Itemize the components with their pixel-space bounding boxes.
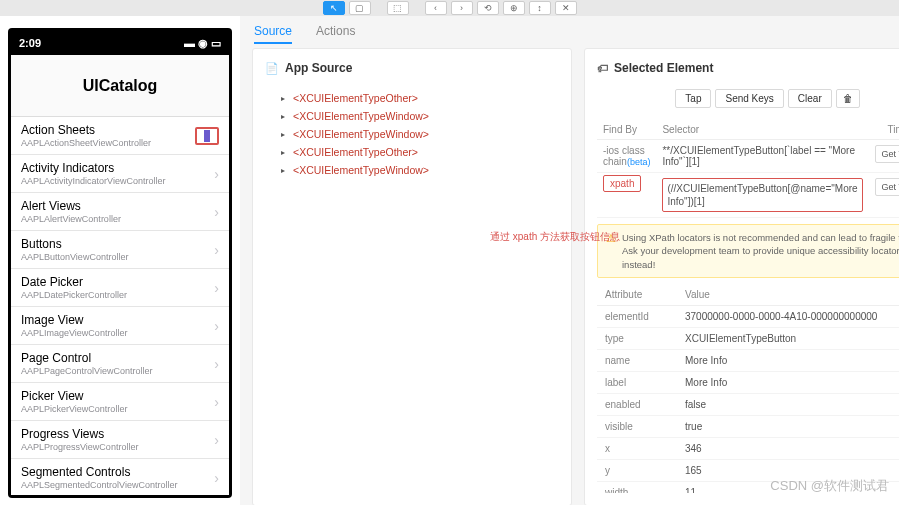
attribute-value: 37000000-0000-0000-4A10-000000000000 [677,305,899,327]
list-item[interactable]: Alert ViewsAAPLAlertViewController› [11,193,229,231]
list-item-subtitle: AAPLDatePickerController [21,290,127,300]
watermark: CSDN @软件测试君 [770,477,889,495]
xpath-warning: ⚠ Using XPath locators is not recommende… [597,224,899,278]
attribute-value: More Info [677,371,899,393]
tree-node[interactable]: ▸<XCUIElementTypeWindow> [265,107,559,125]
findby-table: Find By Selector Time (ms) -ios class ch… [597,120,899,218]
status-icons: ▬ ◉ ▭ [184,37,221,50]
tab-source[interactable]: Source [254,24,292,44]
caret-icon[interactable]: ▸ [281,148,289,157]
tree-node-label: <XCUIElementTypeOther> [293,146,418,158]
col-value: Value [677,284,899,306]
list-item[interactable]: Activity IndicatorsAAPLActivityIndicator… [11,155,229,193]
tab-actions[interactable]: Actions [316,24,355,44]
selected-element-title: Selected Element [614,61,713,75]
list-item[interactable]: Page ControlAAPLPageControlViewControlle… [11,345,229,383]
list-item[interactable]: Image ViewAAPLImageViewController› [11,307,229,345]
attributes-table: Attribute Value elementId37000000-0000-0… [597,284,899,493]
highlighted-element[interactable] [195,127,219,145]
tree-node[interactable]: ▸<XCUIElementTypeWindow> [265,125,559,143]
selected-element-header: 🏷 Selected Element [597,61,899,75]
selector-value[interactable]: **/XCUIElementTypeButton[`label == "More… [656,140,868,173]
top-toolbar: ↖ ▢ ⬚ ‹ › ⟲ ⊕ ↕ ✕ [0,0,899,16]
attribute-name: enabled [597,393,677,415]
list-item-title: Image View [21,313,127,327]
list-item-title: Buttons [21,237,128,251]
chevron-right-icon: › [214,318,219,334]
chevron-right-icon: › [214,242,219,258]
col-attribute: Attribute [597,284,677,306]
tool-pointer-icon[interactable]: ↖ [323,1,345,15]
list-item-subtitle: AAPLButtonViewController [21,252,128,262]
list-item[interactable]: Progress ViewsAAPLProgressViewController… [11,421,229,459]
battery-icon: ▭ [211,37,221,50]
findby-label-xpath: xpath [603,175,641,192]
col-time: Time (ms) [869,120,899,140]
chevron-right-icon: › [214,394,219,410]
tool-btn-7[interactable]: ↕ [529,1,551,15]
attribute-row: labelMore Info [597,371,899,393]
source-tree[interactable]: ▸<XCUIElementTypeOther>▸<XCUIElementType… [265,89,559,179]
attribute-value: 346 [677,437,899,459]
status-time: 2:09 [19,37,41,49]
chevron-right-icon: › [214,280,219,296]
tool-btn-2[interactable]: ⬚ [387,1,409,15]
attribute-value: XCUIElementTypeButton [677,327,899,349]
list-item-subtitle: AAPLProgressViewController [21,442,138,452]
tree-node[interactable]: ▸<XCUIElementTypeOther> [265,89,559,107]
list-item[interactable]: Date PickerAAPLDatePickerController› [11,269,229,307]
list-item-subtitle: AAPLActivityIndicatorViewController [21,176,165,186]
attribute-name: x [597,437,677,459]
list-item-subtitle: AAPLAlertViewController [21,214,121,224]
list-item-title: Date Picker [21,275,127,289]
nav-title: UICatalog [83,77,158,95]
app-source-panel: 📄 App Source ▸<XCUIElementTypeOther>▸<XC… [252,48,572,505]
tree-node[interactable]: ▸<XCUIElementTypeOther> [265,143,559,161]
element-actions-row: Tap Send Keys Clear 🗑 [597,89,899,108]
app-source-header: 📄 App Source [265,61,559,75]
attribute-name: elementId [597,305,677,327]
tool-btn-3[interactable]: ‹ [425,1,447,15]
get-timing-button[interactable]: Get Timing [875,178,899,196]
tree-node-label: <XCUIElementTypeWindow> [293,128,429,140]
selector-value[interactable]: (//XCUIElementTypeButton[@name="More Inf… [662,178,862,212]
attribute-row: x346 [597,437,899,459]
list-item-title: Alert Views [21,199,121,213]
right-pane: Source Actions 📄 App Source ▸<XCUIElemen… [240,16,899,505]
list-item[interactable]: ButtonsAAPLButtonViewController› [11,231,229,269]
caret-icon[interactable]: ▸ [281,94,289,103]
caret-icon[interactable]: ▸ [281,166,289,175]
get-timing-button[interactable]: Get Timing [875,145,899,163]
document-icon: 📄 [265,62,279,75]
caret-icon[interactable]: ▸ [281,130,289,139]
tool-btn-6[interactable]: ⊕ [503,1,525,15]
chevron-right-icon: › [214,432,219,448]
chevron-right-icon: › [214,204,219,220]
clear-button[interactable]: Clear [788,89,832,108]
tree-node[interactable]: ▸<XCUIElementTypeWindow> [265,161,559,179]
tool-btn-8[interactable]: ✕ [555,1,577,15]
tree-node-label: <XCUIElementTypeWindow> [293,164,429,176]
list-item[interactable]: Picker ViewAAPLPickerViewController› [11,383,229,421]
attribute-name: label [597,371,677,393]
beta-badge: (beta) [627,157,651,167]
caret-icon[interactable]: ▸ [281,112,289,121]
list-item[interactable]: Segmented ControlsAAPLSegmentedControlVi… [11,459,229,495]
device-list[interactable]: Action SheetsAAPLActionSheetViewControll… [11,117,229,495]
signal-icon: ▬ [184,37,195,49]
list-item[interactable]: Action SheetsAAPLActionSheetViewControll… [11,117,229,155]
tool-btn-4[interactable]: › [451,1,473,15]
navigation-bar: UICatalog [11,55,229,117]
list-item-title: Activity Indicators [21,161,165,175]
list-item-title: Action Sheets [21,123,151,137]
list-item-title: Page Control [21,351,152,365]
selected-element-panel: 🏷 Selected Element Tap Send Keys Clear 🗑… [584,48,899,505]
tool-btn-1[interactable]: ▢ [349,1,371,15]
attribute-name: y [597,459,677,481]
tap-button[interactable]: Tap [675,89,711,108]
delete-button[interactable]: 🗑 [836,89,860,108]
attribute-row: visibletrue [597,415,899,437]
tool-btn-5[interactable]: ⟲ [477,1,499,15]
send-keys-button[interactable]: Send Keys [715,89,783,108]
annotation-text: 通过 xpath 方法获取按钮信息 [490,230,620,244]
